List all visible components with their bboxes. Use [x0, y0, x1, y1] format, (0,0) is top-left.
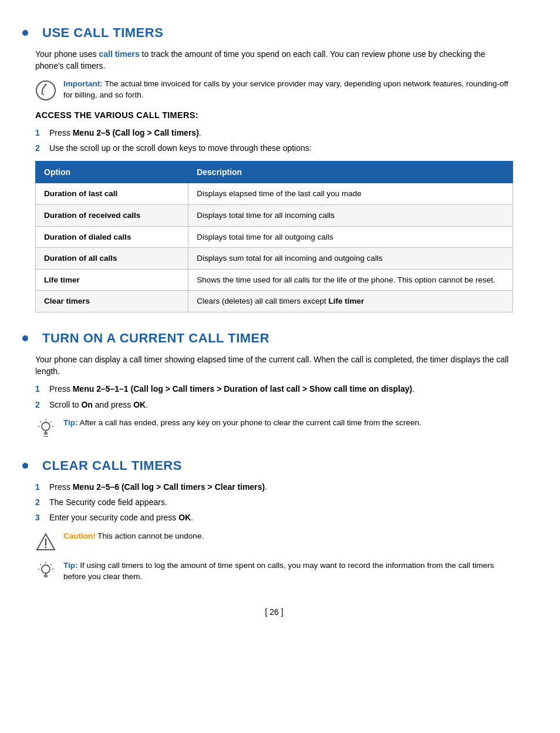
bullet-dot-3 [22, 463, 28, 469]
svg-line-22 [41, 564, 42, 565]
svg-line-7 [50, 421, 52, 422]
clear-step-1-text: Press Menu 2–5–6 (Call log > Call timers… [49, 481, 267, 493]
clear-step-3-text: Enter your security code and press OK. [49, 512, 193, 523]
turn-step-1: 1 Press Menu 2–5–1–1 (Call log > Call ti… [35, 383, 513, 395]
turn-step-2: 2 Scroll to On and press OK. [35, 399, 513, 411]
use-call-timers-intro: Your phone uses call timers to track the… [35, 48, 513, 72]
clear-step-2-num: 2 [35, 496, 45, 508]
svg-point-15 [42, 565, 50, 573]
svg-point-14 [45, 546, 47, 548]
turn-step-1-text: Press Menu 2–5–1–1 (Call log > Call time… [49, 383, 414, 395]
option-life-timer: Life timer [36, 269, 188, 291]
access-steps-list: 1 Press Menu 2–5 (Call log > Call timers… [35, 127, 513, 154]
clear-steps-list: 1 Press Menu 2–5–6 (Call log > Call time… [35, 481, 513, 524]
title-text-3: CLEAR CALL TIMERS [42, 456, 182, 475]
table-row: Duration of last call Displays elapsed t… [36, 183, 513, 205]
tip-icon-svg-1 [35, 419, 56, 440]
tip-icon-1 [35, 419, 56, 440]
tip-icon-2 [35, 561, 56, 583]
desc-duration-received: Displays total time for all incoming cal… [188, 204, 513, 226]
desc-duration-all: Displays sum total for all incoming and … [188, 248, 513, 270]
important-icon-svg [35, 80, 56, 101]
tip-note-box-2: Tip: If using call timers to log the amo… [35, 560, 513, 583]
turn-on-timer-title: TURN ON A CURRENT CALL TIMER [35, 329, 513, 348]
turn-step-2-text: Scroll to On and press OK. [49, 399, 148, 411]
step-1-num: 1 [35, 127, 45, 139]
desc-duration-dialed: Displays total time for all outgoing cal… [188, 226, 513, 248]
step-2-num: 2 [35, 142, 45, 154]
svg-line-9 [41, 421, 42, 422]
clear-call-timers-section: CLEAR CALL TIMERS 1 Press Menu 2–5–6 (Ca… [35, 456, 513, 583]
tip-note-box-1: Tip: After a call has ended, press any k… [35, 418, 513, 440]
option-duration-all: Duration of all calls [36, 248, 188, 270]
tip-icon-svg-2 [35, 561, 56, 583]
title-text-1: USE CALL TIMERS [42, 23, 163, 42]
step-2: 2 Use the scroll up or the scroll down k… [35, 142, 513, 154]
table-row: Duration of all calls Displays sum total… [36, 248, 513, 270]
turn-step-2-num: 2 [35, 399, 45, 411]
table-header-row: Option Description [36, 162, 513, 183]
svg-point-2 [42, 422, 50, 431]
use-call-timers-body: Your phone uses call timers to track the… [35, 48, 513, 312]
step-2-text: Use the scroll up or the scroll down key… [49, 142, 312, 154]
title-text-2: TURN ON A CURRENT CALL TIMER [42, 329, 269, 348]
caution-icon-svg [35, 532, 56, 553]
important-note-text: Important: The actual time invoiced for … [63, 79, 513, 101]
page-number: [ 26 ] [265, 607, 283, 617]
bullet-dot-2 [22, 335, 28, 341]
option-duration-dialed: Duration of dialed calls [36, 226, 188, 248]
tip-note-text-2: Tip: If using call timers to log the amo… [63, 560, 513, 583]
clear-call-timers-title: CLEAR CALL TIMERS [35, 456, 513, 475]
table-row: Life timer Shows the time used for all c… [36, 269, 513, 291]
turn-on-timer-body: Your phone can display a call timer show… [35, 354, 513, 440]
page-footer: [ 26 ] [35, 606, 513, 618]
table-row: Clear timers Clears (deletes) all call t… [36, 291, 513, 312]
clear-call-timers-body: 1 Press Menu 2–5–6 (Call log > Call time… [35, 481, 513, 583]
access-timers-subtitle: ACCESS THE VARIOUS CALL TIMERS: [35, 109, 513, 122]
desc-clear-timers: Clears (deletes) all call timers except … [188, 291, 513, 312]
desc-life-timer: Shows the time used for all calls for th… [188, 269, 513, 291]
step-1: 1 Press Menu 2–5 (Call log > Call timers… [35, 127, 513, 139]
step-1-text: Press Menu 2–5 (Call log > Call timers). [49, 127, 201, 139]
caution-icon [35, 532, 56, 553]
caution-note-text: Caution! This action cannot be undone. [63, 531, 204, 542]
turn-on-timer-section: TURN ON A CURRENT CALL TIMER Your phone … [35, 329, 513, 440]
turn-on-intro: Your phone can display a call timer show… [35, 354, 513, 378]
option-clear-timers: Clear timers [36, 291, 188, 312]
clear-step-3-num: 3 [35, 512, 45, 523]
option-duration-last: Duration of last call [36, 183, 188, 205]
call-timers-table: Option Description Duration of last call… [35, 161, 513, 312]
caution-note-box: Caution! This action cannot be undone. [35, 531, 513, 553]
note-icon [35, 80, 56, 101]
tip-note-text-1: Tip: After a call has ended, press any k… [63, 418, 421, 429]
use-call-timers-section: USE CALL TIMERS Your phone uses call tim… [35, 23, 513, 312]
turn-on-steps-list: 1 Press Menu 2–5–1–1 (Call log > Call ti… [35, 383, 513, 411]
clear-step-2: 2 The Security code field appears. [35, 496, 513, 508]
use-call-timers-title: USE CALL TIMERS [35, 23, 513, 42]
table-row: Duration of dialed calls Displays total … [36, 226, 513, 248]
table-row: Duration of received calls Displays tota… [36, 204, 513, 226]
table-header-description: Description [188, 162, 513, 183]
clear-step-3: 3 Enter your security code and press OK. [35, 512, 513, 523]
desc-duration-last: Displays elapsed time of the last call y… [188, 183, 513, 205]
svg-point-1 [45, 84, 47, 86]
turn-step-1-num: 1 [35, 383, 45, 395]
option-duration-received: Duration of received calls [36, 204, 188, 226]
clear-step-1: 1 Press Menu 2–5–6 (Call log > Call time… [35, 481, 513, 493]
bullet-dot-1 [22, 30, 28, 36]
important-note-box: Important: The actual time invoiced for … [35, 79, 513, 101]
clear-step-2-text: The Security code field appears. [49, 496, 167, 508]
table-header-option: Option [36, 162, 188, 183]
svg-line-20 [50, 564, 52, 565]
clear-step-1-num: 1 [35, 481, 45, 493]
